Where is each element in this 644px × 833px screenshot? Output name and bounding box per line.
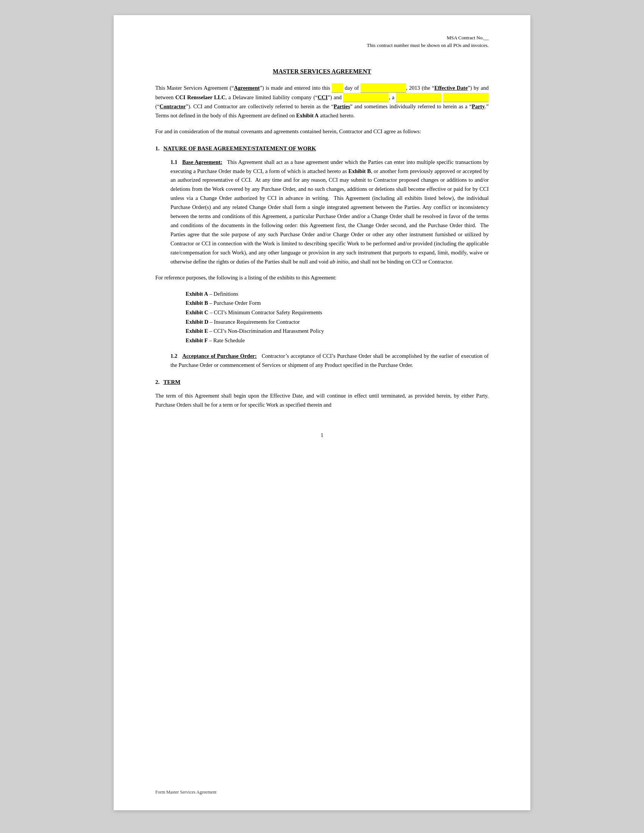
party-term: Party: [472, 103, 485, 109]
day-blank[interactable]: [332, 83, 343, 93]
section-2-heading: 2. TERM: [155, 379, 489, 386]
section-1-number: 1.: [155, 145, 159, 152]
parties-term: Parties: [334, 103, 350, 109]
header-block: MSA Contract No.__ This contract number …: [367, 34, 489, 49]
document-page: MSA Contract No.__ This contract number …: [114, 15, 530, 810]
exhibit-a-dash: –: [209, 291, 214, 297]
exhibit-a-description: Definitions: [214, 291, 238, 297]
subsection-1-1-text: 1.1 Base Agreement: This Agreement shall…: [171, 158, 489, 267]
date-blank[interactable]: [361, 83, 406, 93]
section-1-heading: 1. NATURE OF BASE AGREEMENT/STATEMENT OF…: [155, 145, 489, 152]
exhibit-d-item: Exhibit D – Insurance Requirements for C…: [186, 317, 489, 327]
subsection-1-2-text: 1.2 Acceptance of Purchase Order: Contra…: [171, 352, 489, 370]
cci-term: CCI: [317, 94, 328, 100]
agreement-term: Agreement: [234, 85, 260, 91]
exhibit-f-label: Exhibit F: [186, 338, 208, 343]
contractor-name-blank[interactable]: [343, 93, 389, 102]
base-agreement-heading: Base Agreement:: [182, 159, 222, 165]
subsection-1-1: 1.1 Base Agreement: This Agreement shall…: [171, 158, 489, 267]
contract-note: This contract number must be shown on al…: [367, 42, 489, 49]
exhibits-intro: For reference purposes, the following is…: [155, 273, 489, 283]
exhibit-d-description: Insurance Requirements for Contractor: [214, 319, 300, 325]
intro-paragraph: This Master Services Agreement (“Agreeme…: [155, 83, 489, 121]
subsection-1-2: 1.2 Acceptance of Purchase Order: Contra…: [171, 352, 489, 370]
contract-number-label: MSA Contract No.__: [367, 34, 489, 42]
exhibit-e-description: CCI’s Non-Discrimination and Harassment …: [214, 328, 324, 334]
exhibit-e-item: Exhibit E – CCI’s Non-Discrimination and…: [186, 326, 489, 336]
section-2-number: 2.: [155, 379, 159, 386]
section-2-text: The term of this Agreement shall begin u…: [155, 391, 489, 410]
footer-text: Form Master Services Agreement: [155, 790, 217, 795]
effective-date-term: Effective Date: [434, 85, 467, 91]
page-number: 1: [155, 433, 489, 439]
exhibit-b-ref: Exhibit B: [349, 168, 371, 174]
exhibit-b-description: Purchase Order Form: [214, 300, 261, 306]
exhibit-d-label: Exhibit D: [186, 319, 208, 325]
section-2-title: TERM: [163, 379, 180, 386]
document-title: MASTER SERVICES AGREEMENT: [155, 68, 489, 75]
exhibit-b-dash: –: [209, 300, 214, 306]
exhibit-d-dash: –: [210, 319, 214, 325]
exhibit-f-dash: –: [209, 338, 213, 343]
subsection-1-1-number: 1.1: [171, 159, 177, 165]
exhibit-list: Exhibit A – Definitions Exhibit B – Purc…: [186, 289, 489, 345]
exhibit-f-description: Rate Schedule: [213, 338, 245, 343]
exhibit-a-ref: Exhibit A: [296, 113, 319, 119]
acceptance-heading: Acceptance of Purchase Order:: [182, 353, 256, 359]
exhibit-c-item: Exhibit C – CCI’s Minimum Contractor Saf…: [186, 308, 489, 317]
cci-name: CCI Rensselaer LLC: [175, 94, 225, 100]
exhibit-a-label: Exhibit A: [186, 291, 208, 297]
ab-initio: ab initio: [330, 259, 348, 265]
exhibit-b-item: Exhibit B – Purchase Order Form: [186, 298, 489, 308]
exhibit-b-label: Exhibit B: [186, 300, 208, 306]
contractor-state-blank[interactable]: [443, 93, 489, 102]
subsection-1-2-number: 1.2: [171, 353, 177, 359]
exhibit-c-dash: –: [210, 309, 214, 315]
contractor-term: Contractor: [159, 103, 186, 109]
exhibit-f-item: Exhibit F – Rate Schedule: [186, 336, 489, 345]
section-1-title: NATURE OF BASE AGREEMENT/STATEMENT OF WO…: [163, 145, 316, 152]
exhibit-e-label: Exhibit E: [186, 328, 208, 334]
consideration-paragraph: For and in consideration of the mutual c…: [155, 127, 489, 136]
contractor-type-blank[interactable]: [396, 93, 441, 102]
exhibit-e-dash: –: [209, 328, 214, 334]
exhibit-a-item: Exhibit A – Definitions: [186, 289, 489, 299]
exhibit-c-label: Exhibit C: [186, 309, 208, 315]
exhibit-c-description: CCI’s Minimum Contractor Safety Requirem…: [214, 309, 322, 315]
